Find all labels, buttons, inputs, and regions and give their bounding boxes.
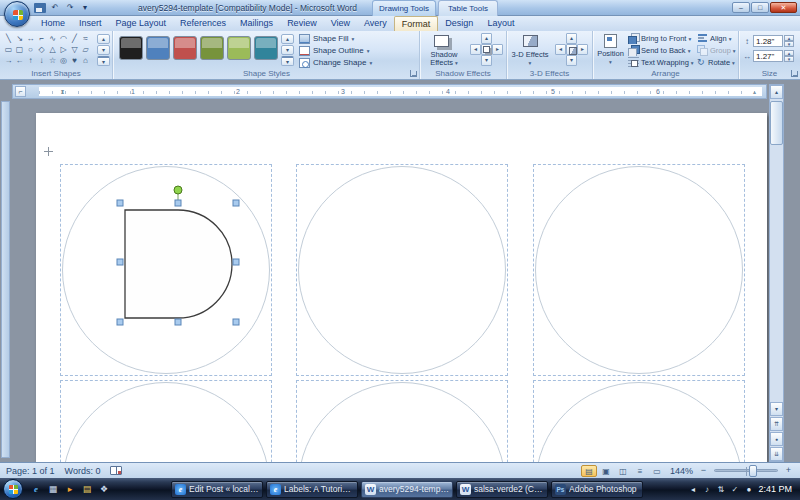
right-indent-marker[interactable]: ▴: [753, 89, 756, 95]
change-shape-button[interactable]: Change Shape▾: [297, 57, 417, 68]
styles-scroll-down-icon[interactable]: ▾: [281, 45, 294, 55]
proofing-status-icon[interactable]: [110, 466, 122, 475]
tab-references[interactable]: References: [173, 16, 233, 31]
full-screen-reading-view-icon[interactable]: ▣: [598, 465, 614, 477]
3d-effects-button[interactable]: 3-D Effects ▾: [510, 32, 550, 68]
diamond-shape-icon[interactable]: ◇: [36, 44, 47, 55]
tilt-right-icon[interactable]: ▸: [577, 44, 588, 55]
web-layout-view-icon[interactable]: ◫: [615, 465, 631, 477]
vertical-scrollbar[interactable]: ▴ ▾ ⇈ ● ⇊: [769, 84, 784, 462]
switch-windows-icon[interactable]: ❖: [97, 482, 111, 496]
arrow-shape-icon[interactable]: ↘: [14, 33, 25, 44]
left-arrow-shape-icon[interactable]: ←: [14, 55, 25, 66]
tab-view[interactable]: View: [324, 16, 357, 31]
taskbar-task-edit-post-local-kitc[interactable]: eEdit Post « local kitc...: [171, 481, 263, 498]
align-button[interactable]: Align▾: [697, 33, 738, 44]
document-page[interactable]: [36, 113, 767, 462]
scroll-up-icon[interactable]: ▴: [770, 85, 783, 99]
toggle-3d-icon[interactable]: [566, 44, 577, 55]
left-indent-marker[interactable]: ▴: [61, 89, 64, 95]
tab-review[interactable]: Review: [280, 16, 324, 31]
home-plate-shape-icon[interactable]: ⌂: [80, 55, 91, 66]
resize-handle-bottom-center[interactable]: [175, 319, 181, 325]
horizontal-ruler[interactable]: ⌐ 123456▾▴▴: [12, 84, 767, 99]
zoom-slider-thumb[interactable]: [749, 465, 757, 477]
outline-view-icon[interactable]: ≡: [632, 465, 648, 477]
tilt-left-icon[interactable]: ◂: [555, 44, 566, 55]
selected-shape-letter-d[interactable]: [125, 210, 232, 318]
shape-fill-button[interactable]: Shape Fill▾: [297, 33, 417, 44]
taskbar-clock[interactable]: 2:41 PM: [758, 484, 800, 494]
vertical-ruler[interactable]: [1, 101, 10, 458]
resize-handle-middle-left[interactable]: [117, 259, 123, 265]
tab-layout[interactable]: Layout: [480, 16, 521, 31]
shape-style-swatch-6[interactable]: [254, 36, 278, 60]
tab-home[interactable]: Home: [34, 16, 72, 31]
shape-outline-button[interactable]: Shape Outline▾: [297, 45, 417, 56]
volume-icon[interactable]: ♪: [702, 485, 711, 494]
redo-icon[interactable]: ↷: [64, 2, 76, 14]
right-triangle-shape-icon[interactable]: ▷: [58, 44, 69, 55]
shapes-scroll-up-icon[interactable]: ▴: [97, 34, 110, 44]
width-spin-down-icon[interactable]: ▾: [784, 56, 794, 62]
rectangle-shape-icon[interactable]: ▭: [3, 44, 14, 55]
right-arrow-shape-icon[interactable]: →: [3, 55, 14, 66]
shape-style-swatch-4[interactable]: [200, 36, 224, 60]
word-count[interactable]: Words: 0: [65, 466, 101, 476]
maximize-button[interactable]: □: [751, 2, 769, 13]
office-button[interactable]: [4, 1, 30, 27]
tilt-down-icon[interactable]: ▾: [566, 55, 577, 66]
curved-connector-shape-icon[interactable]: ∿: [47, 33, 58, 44]
shapes-more-icon[interactable]: ▾: [97, 56, 110, 66]
toggle-shadow-icon[interactable]: [481, 44, 492, 55]
shape-height-input[interactable]: 1.28": [753, 35, 783, 47]
shadow-effects-button[interactable]: Shadow Effects ▾: [423, 32, 465, 68]
shape-style-swatch-3[interactable]: [173, 36, 197, 60]
security-icon[interactable]: ✓: [730, 485, 739, 494]
rounded-rectangle-shape-icon[interactable]: ▢: [14, 44, 25, 55]
height-spin-down-icon[interactable]: ▾: [784, 41, 794, 47]
internet-explorer-icon[interactable]: e: [29, 482, 43, 496]
resize-handle-bottom-left[interactable]: [117, 319, 123, 325]
hidden-icons-icon[interactable]: ◂: [688, 485, 697, 494]
resize-handle-top-right[interactable]: [233, 200, 239, 206]
zoom-in-button[interactable]: +: [783, 465, 794, 476]
draft-view-icon[interactable]: ▭: [649, 465, 665, 477]
donut-shape-icon[interactable]: ◎: [58, 55, 69, 66]
taskbar-task-salsa-verde2-comp[interactable]: Wsalsa-verde2 (Comp...: [456, 481, 548, 498]
qat-menu-icon[interactable]: ▾: [79, 2, 91, 14]
shape-width-input[interactable]: 1.27": [753, 50, 783, 62]
oval-shape-icon[interactable]: ○: [25, 44, 36, 55]
print-layout-view-icon[interactable]: ▤: [581, 465, 597, 477]
shape-style-swatch-2[interactable]: [146, 36, 170, 60]
taskbar-task-adobe-photoshop[interactable]: PsAdobe Photoshop: [551, 481, 643, 498]
select-browse-object-icon[interactable]: ●: [770, 432, 783, 446]
shape-style-swatch-5[interactable]: [227, 36, 251, 60]
heart-shape-icon[interactable]: ♥: [69, 55, 80, 66]
text-wrapping-button[interactable]: Text Wrapping▾: [628, 57, 696, 68]
folder-icon[interactable]: ▤: [80, 482, 94, 496]
elbow-connector-shape-icon[interactable]: ⌐: [36, 33, 47, 44]
shape-styles-dialog-launcher-icon[interactable]: [410, 70, 417, 77]
position-button[interactable]: Position ▾: [594, 32, 627, 68]
rotate-button[interactable]: ↻Rotate▾: [697, 57, 738, 68]
parallelogram-shape-icon[interactable]: ▱: [80, 44, 91, 55]
tab-mailings[interactable]: Mailings: [233, 16, 280, 31]
resize-handle-middle-right[interactable]: [233, 259, 239, 265]
up-arrow-shape-icon[interactable]: ↑: [25, 55, 36, 66]
tab-insert[interactable]: Insert: [72, 16, 109, 31]
show-desktop-icon[interactable]: ▦: [46, 482, 60, 496]
tab-page-layout[interactable]: Page Layout: [109, 16, 174, 31]
taskbar-task-labels-a-tutorial-l[interactable]: eLabels: A Tutorial « l...: [266, 481, 358, 498]
save-icon[interactable]: [34, 3, 46, 13]
page-indicator[interactable]: Page: 1 of 1: [6, 466, 55, 476]
nudge-shadow-down-icon[interactable]: ▾: [481, 55, 492, 66]
line-shape-icon[interactable]: ╲: [3, 33, 14, 44]
resize-handle-bottom-right[interactable]: [233, 319, 239, 325]
scribble-shape-icon[interactable]: ≈: [80, 33, 91, 44]
start-button[interactable]: [3, 479, 23, 499]
network-icon[interactable]: ⇅: [716, 485, 725, 494]
arc-shape-icon[interactable]: ◠: [58, 33, 69, 44]
inverted-triangle-shape-icon[interactable]: ▽: [69, 44, 80, 55]
tab-design[interactable]: Design: [438, 16, 480, 31]
